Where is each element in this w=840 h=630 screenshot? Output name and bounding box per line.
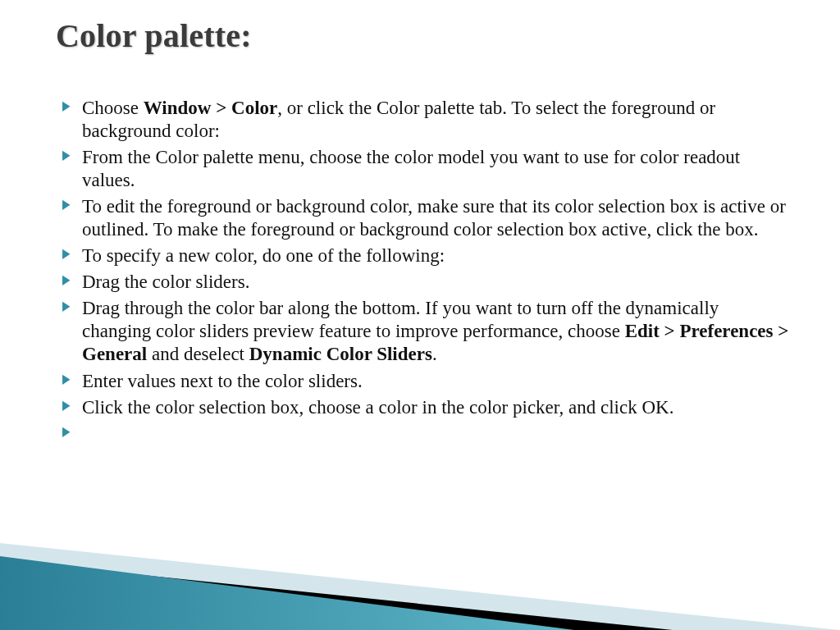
text: Enter values next to the color sliders. [82,371,363,391]
list-item: To edit the foreground or background col… [62,195,791,241]
text: From the Color palette menu, choose the … [82,147,740,190]
text: Choose [82,98,144,118]
svg-marker-0 [0,543,840,630]
list-item: Drag through the color bar along the bot… [62,297,791,366]
text: Drag through the color bar along the bot… [82,298,719,341]
list-item: Click the color selection box, choose a … [62,396,791,419]
text: Drag the color sliders. [82,272,249,292]
svg-marker-1 [0,560,673,630]
slide-body: Choose Window > Color, or click the Colo… [62,97,791,422]
bold-text: Window > Color [144,98,277,118]
list-item: Enter values next to the color sliders. [62,370,791,393]
list-item: Choose Window > Color, or click the Colo… [62,97,791,143]
text: . [432,344,437,364]
text: and deselect [147,344,249,364]
list-item: Drag the color sliders. [62,271,791,294]
text: Click the color selection box, choose a … [82,397,673,418]
svg-marker-2 [0,556,574,630]
slide-title: Color palette: [56,16,252,55]
bold-text: Dynamic Color Sliders [249,344,432,364]
text: To specify a new color, do one of the fo… [82,245,445,266]
decorative-triangles [0,499,840,630]
bullet-list: Choose Window > Color, or click the Colo… [62,97,791,419]
list-item: From the Color palette menu, choose the … [62,146,791,192]
text: To edit the foreground or background col… [82,196,786,240]
list-item: To specify a new color, do one of the fo… [62,244,791,267]
slide: Color palette: Choose Window > Color, or… [0,0,840,630]
